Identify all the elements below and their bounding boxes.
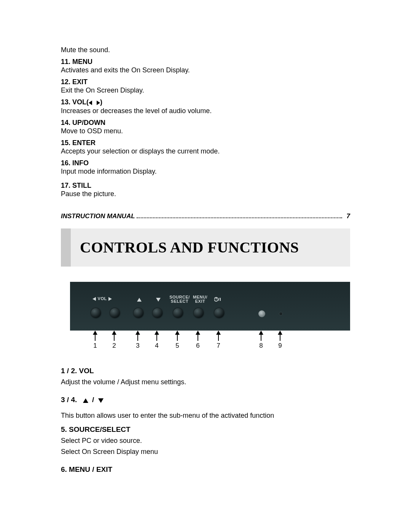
vol-left-right-icon — [89, 98, 100, 107]
callout-9: 9 — [278, 331, 282, 350]
item-num: 11. — [61, 58, 70, 66]
callout-4: 4 — [155, 331, 159, 350]
panel-label-text: VOL — [98, 296, 107, 301]
item-title: UP/DOWN — [72, 119, 105, 126]
item-num: 14. — [61, 119, 70, 126]
footer-page-number: 7 — [347, 212, 350, 220]
item-14: 14. UP/DOWN Move to OSD menu. — [61, 118, 350, 136]
sec-3-4: 3 / 4. / This button allows user to ente… — [61, 395, 350, 420]
item-title: MENU — [72, 58, 92, 66]
sec-heading: 1 / 2. VOL — [61, 366, 350, 375]
item-title: VOL( — [72, 98, 89, 106]
panel-label-text: EXIT — [195, 299, 205, 304]
item-title: STILL — [72, 182, 91, 189]
item-num: 13. — [61, 98, 70, 106]
panel-label-power: / — [214, 297, 221, 302]
item-desc: Increases or decreases the level of audi… — [61, 107, 212, 115]
heading-tab — [61, 228, 71, 267]
item-desc: Exit the On Screen Display. — [61, 86, 144, 94]
item-17: 17. STILL Pause the picture. — [61, 181, 350, 198]
callout-5: 5 — [175, 331, 180, 350]
svg-marker-1 — [97, 101, 100, 105]
panel-label-vol: VOL — [92, 297, 112, 301]
callout-3: 3 — [135, 331, 140, 350]
sec-5: 5. SOURCE/SELECT Select PC or video sour… — [61, 425, 350, 456]
leader-dots — [137, 213, 342, 218]
sec-1-2: 1 / 2. VOL Adjust the volume / Adjust me… — [61, 366, 350, 386]
item-title: EXIT — [72, 78, 88, 86]
svg-marker-5 — [156, 298, 161, 302]
panel-label-text: SELECT — [171, 299, 188, 304]
panel-callouts: 1 2 3 4 5 6 7 8 9 — [70, 331, 350, 353]
item-13: 13. VOL() Increases or decreases the lev… — [61, 98, 350, 115]
svg-marker-11 — [98, 398, 104, 403]
item-desc: Move to OSD menu. — [61, 127, 123, 135]
device-panel: VOL SOURCE/ SELECT MENU/ EXIT — [70, 282, 350, 331]
svg-marker-10 — [83, 398, 88, 403]
sec-heading-text: 3 / 4. — [61, 396, 77, 404]
item-12: 12. EXIT Exit the On Screen Display. — [61, 78, 350, 95]
up-down-icon: / — [83, 395, 104, 404]
panel-label-text: MENU/ — [193, 295, 207, 299]
item-num: 16. — [61, 159, 70, 167]
panel-button-1 — [91, 308, 101, 318]
svg-marker-0 — [89, 101, 92, 105]
item-16: 16. INFO Input mode information Display. — [61, 159, 350, 176]
item-desc: Activates and exits the On Screen Displa… — [61, 66, 190, 74]
panel-button-2 — [110, 308, 120, 318]
item-desc: Accepts your selection or displays the c… — [61, 147, 220, 155]
callout-7: 7 — [216, 331, 221, 350]
sec-desc-2: Select On Screen Display menu — [61, 447, 350, 456]
panel-button-7 — [214, 308, 224, 318]
sec-heading: 3 / 4. / — [61, 395, 350, 404]
sec-heading: 6. MENU / EXIT — [61, 465, 350, 474]
panel-led — [279, 312, 283, 316]
callout-1: 1 — [93, 331, 97, 350]
item-num: 17. — [61, 182, 70, 189]
panel-label-down — [156, 297, 161, 302]
footer-label: INSTRUCTION MANUAL — [61, 212, 135, 220]
item-num: 15. — [61, 139, 70, 147]
sec-heading: 5. SOURCE/SELECT — [61, 425, 350, 434]
callout-8: 8 — [259, 331, 263, 350]
panel-label-source-select: SOURCE/ SELECT — [168, 295, 191, 304]
svg-marker-3 — [108, 297, 112, 301]
sec-desc: Adjust the volume / Adjust menu settings… — [61, 378, 350, 387]
footer-leader: INSTRUCTION MANUAL 7 — [61, 212, 350, 220]
sec-6: 6. MENU / EXIT — [61, 465, 350, 474]
sec-desc: This button allows user to enter the sub… — [61, 411, 350, 420]
mute-line: Mute the sound. — [61, 46, 350, 54]
callout-2: 2 — [112, 331, 116, 350]
panel-ir-sensor — [258, 310, 265, 317]
mute-text: Mute the sound. — [61, 46, 110, 54]
svg-marker-4 — [137, 298, 142, 302]
callout-6: 6 — [196, 331, 200, 350]
item-11: 11. MENU Activates and exits the On Scre… — [61, 58, 350, 75]
sec-desc: Select PC or video source. — [61, 436, 350, 445]
panel-button-3 — [134, 308, 143, 318]
item-desc: Pause the picture. — [61, 190, 116, 198]
svg-text:/: / — [218, 297, 220, 302]
panel-button-4 — [153, 308, 162, 318]
item-title: ENTER — [72, 139, 96, 147]
heading-title: CONTROLS AND FUNCTIONS — [71, 228, 350, 267]
item-15: 15. ENTER Accepts your selection or disp… — [61, 139, 350, 156]
item-num: 12. — [61, 78, 70, 86]
section-heading-bar: CONTROLS AND FUNCTIONS — [61, 228, 350, 267]
svg-marker-2 — [92, 297, 96, 301]
panel-label-text: SOURCE/ — [169, 295, 190, 299]
item-desc: Input mode information Display. — [61, 168, 157, 175]
panel-button-5 — [173, 308, 183, 318]
panel-label-menu-exit: MENU/ EXIT — [191, 295, 209, 304]
panel-label-up — [137, 297, 142, 302]
device-panel-figure: VOL SOURCE/ SELECT MENU/ EXIT — [61, 282, 350, 353]
item-title-close: ) — [100, 98, 102, 106]
item-title: INFO — [72, 159, 89, 167]
panel-button-6 — [194, 308, 204, 318]
